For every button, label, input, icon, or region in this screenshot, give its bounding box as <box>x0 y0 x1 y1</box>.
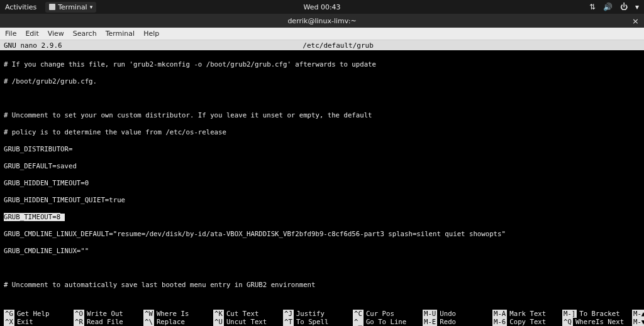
active-app-name: Terminal <box>58 3 87 11</box>
shortcut-label: Read File <box>87 318 123 326</box>
editor-line <box>4 298 640 307</box>
editor-line <box>4 94 640 103</box>
editor-line: # Uncomment to set your own custom distr… <box>4 111 640 120</box>
menu-view[interactable]: View <box>48 30 64 38</box>
nano-shortcut: M-ERedo <box>423 318 492 326</box>
editor-line: GRUB_CMDLINE_LINUX_DEFAULT="resume=/dev/… <box>4 230 640 239</box>
window-titlebar: derrik@linux-limv:~ × <box>0 14 644 28</box>
menu-terminal[interactable]: Terminal <box>106 30 135 38</box>
shortcut-key: M-] <box>562 310 577 318</box>
nano-header: GNU nano 2.9.6 /etc/default/grub <box>0 40 644 50</box>
nano-shortcut: ^TTo Spell <box>283 318 353 326</box>
nano-shortcut: ^XExit <box>4 318 74 326</box>
window-title: derrik@linux-limv:~ <box>287 17 356 25</box>
editor-line: # policy is to determine the value from … <box>4 128 640 137</box>
shortcut-label: Exit <box>17 318 33 326</box>
shortcut-key: M-U <box>423 310 437 318</box>
shortcut-key: M-6 <box>492 318 507 326</box>
shortcut-label: Get Help <box>17 310 49 318</box>
editor-line: GRUB_CMDLINE_LINUX="" <box>4 247 640 256</box>
nano-shortcut: M-6Copy Text <box>492 318 562 326</box>
shortcut-label: Write Out <box>87 310 123 318</box>
shortcut-key: ^U <box>213 318 224 326</box>
shortcut-key: ^J <box>283 310 294 318</box>
nano-shortcut: M-▲Previous <box>632 310 644 318</box>
shortcut-key: M-A <box>492 310 507 318</box>
network-icon[interactable]: ⇅ <box>589 3 596 11</box>
power-icon[interactable]: ⏻ <box>620 3 628 11</box>
nano-version: GNU nano 2.9.6 <box>4 41 62 50</box>
text-cursor <box>60 214 65 221</box>
shortcut-label: Mark Text <box>509 310 546 318</box>
nano-shortcut: ^GGet Help <box>4 310 74 318</box>
nano-shortcut: M-AMark Text <box>492 310 562 318</box>
active-app-indicator[interactable]: Terminal ▾ <box>45 2 96 13</box>
nano-shortcut: ^\Replace <box>143 318 213 326</box>
shortcut-label: Uncut Text <box>226 318 267 326</box>
shortcut-key: ^K <box>213 310 224 318</box>
shortcut-key: M-E <box>423 318 437 326</box>
shortcut-label: WhereIs Next <box>575 318 624 326</box>
shortcut-key: ^X <box>4 318 14 326</box>
editor-line: GRUB_HIDDEN_TIMEOUT_QUIET=true <box>4 196 640 205</box>
nano-shortcut: ^QWhereIs Next <box>562 318 632 326</box>
shortcut-label: Undo <box>440 310 456 318</box>
nano-shortcut: ^UUncut Text <box>213 318 283 326</box>
shortcut-label: Go To Line <box>366 318 406 326</box>
shortcut-key: M-▼ <box>632 318 644 326</box>
nano-shortcut: ^WWhere Is <box>143 310 213 318</box>
gnome-topbar: Activities Terminal ▾ Wed 00:43 ⇅ 🔊 ⏻ ▾ <box>0 0 644 14</box>
shortcut-key: ^T <box>283 318 294 326</box>
system-menu-chevron-icon[interactable]: ▾ <box>635 3 639 11</box>
shortcut-key: ^G <box>4 310 14 318</box>
close-icon[interactable]: × <box>632 16 639 26</box>
editor-line: GRUB_DISTRIBUTOR= <box>4 145 640 154</box>
nano-shortcut-bar: ^GGet Help^OWrite Out^WWhere Is^KCut Tex… <box>0 310 644 326</box>
menu-search[interactable]: Search <box>73 30 97 38</box>
chevron-down-icon: ▾ <box>90 4 93 10</box>
shortcut-key: M-▲ <box>632 310 644 318</box>
editor-line: # Uncomment to automatically save last b… <box>4 281 640 290</box>
menu-help[interactable]: Help <box>143 30 159 38</box>
sound-icon[interactable]: 🔊 <box>603 3 613 11</box>
nano-filepath: /etc/default/grub <box>303 41 374 50</box>
shortcut-key: ^O <box>74 310 84 318</box>
shortcut-key: ^_ <box>353 318 364 326</box>
shortcut-label: Where Is <box>157 310 189 318</box>
nano-shortcut: ^JJustify <box>283 310 353 318</box>
shortcut-label: Cur Pos <box>366 310 394 318</box>
shortcut-label: To Spell <box>296 318 328 326</box>
shortcut-label: To Bracket <box>579 310 619 318</box>
editor-line: # If you change this file, run 'grub2-mk… <box>4 60 640 69</box>
shortcut-key: ^\ <box>143 318 154 326</box>
clock[interactable]: Wed 00:43 <box>303 3 340 11</box>
nano-shortcut: ^CCur Pos <box>353 310 423 318</box>
shortcut-label: Justify <box>296 310 325 318</box>
editor-content[interactable]: # If you change this file, run 'grub2-mk… <box>0 50 644 310</box>
editor-line: GRUB_HIDDEN_TIMEOUT=0 <box>4 179 640 188</box>
nano-shortcut: M-]To Bracket <box>562 310 632 318</box>
shortcut-key: ^R <box>74 318 84 326</box>
terminal-icon <box>49 4 55 10</box>
menu-file[interactable]: File <box>5 30 16 38</box>
nano-shortcut: ^_Go To Line <box>353 318 423 326</box>
editor-line: GRUB_DEFAULT=saved <box>4 162 640 171</box>
terminal-menubar: File Edit View Search Terminal Help <box>0 28 644 40</box>
nano-shortcut: M-UUndo <box>423 310 492 318</box>
shortcut-label: Copy Text <box>509 318 546 326</box>
menu-edit[interactable]: Edit <box>25 30 38 38</box>
shortcut-key: ^C <box>353 310 364 318</box>
nano-shortcut: ^OWrite Out <box>74 310 143 318</box>
shortcut-key: ^W <box>143 310 154 318</box>
activities-button[interactable]: Activities <box>5 3 36 11</box>
shortcut-label: Replace <box>157 318 185 326</box>
nano-shortcut: ^KCut Text <box>213 310 283 318</box>
editor-line-highlighted: GRUB_TIMEOUT=8 <box>4 213 640 222</box>
shortcut-key: ^Q <box>562 318 573 326</box>
shortcut-label: Cut Text <box>226 310 258 318</box>
editor-line <box>4 264 640 273</box>
editor-line: # /boot/grub2/grub.cfg. <box>4 77 640 86</box>
nano-shortcut: M-▼Next <box>632 318 644 326</box>
shortcut-label: Redo <box>440 318 456 326</box>
nano-shortcut: ^RRead File <box>74 318 143 326</box>
